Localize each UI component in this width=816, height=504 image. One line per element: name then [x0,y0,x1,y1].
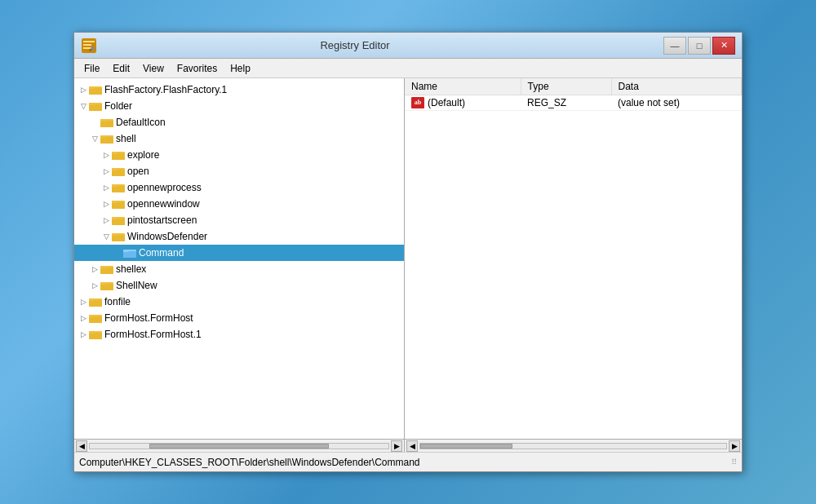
svg-rect-16 [100,137,113,144]
folder-icon-shell [100,133,113,144]
tree-label-explore: explore [127,149,159,161]
expand-windowsdefender[interactable]: ▽ [100,231,112,242]
window-title: Registry Editor [104,39,606,51]
tree-scroll-thumb[interactable] [149,444,329,449]
tree-item-fonfile[interactable]: ▷ fonfile [74,294,404,310]
tree-label-fonfile: fonfile [104,296,131,307]
tree-item-pintostartscreen[interactable]: ▷ pintostartscreen [74,212,404,228]
menu-view[interactable]: View [136,61,171,76]
expand-shellex[interactable]: ▷ [89,263,100,275]
tree-item-formhost2[interactable]: ▷ FormHost.FormHost.1 [74,326,404,343]
svg-rect-14 [100,119,106,122]
cell-type: REG_SZ [521,95,611,111]
tree-label-formhost2: FormHost.FormHost.1 [104,329,202,340]
tree-item-explore[interactable]: ▷ explore [74,147,404,163]
svg-rect-31 [112,219,125,225]
col-header-type: Type [521,78,611,95]
menu-edit[interactable]: Edit [106,61,136,76]
svg-rect-17 [100,135,106,138]
tree-item-open[interactable]: ▷ open [74,163,404,179]
tree-label-open: open [127,166,149,177]
expand-opennewwindow[interactable]: ▷ [100,198,112,210]
tree-scroll-right-btn[interactable]: ▶ [391,440,402,452]
svg-rect-44 [100,282,106,285]
tree-label-formhost: FormHost.FormHost [104,312,193,324]
tree-item-opennewprocess[interactable]: ▷ opennewprocess [74,179,404,196]
tree-scroll-area[interactable]: ▷ FlashFactory.FlashFactory.1 ▽ Folder [74,78,404,439]
menu-bar: File Edit View Favorites Help [74,59,742,78]
svg-rect-1 [83,41,95,42]
reg-sz-icon: ab [411,97,424,108]
expand-shell[interactable]: ▽ [89,133,100,144]
minimize-button[interactable]: — [663,37,686,55]
svg-rect-2 [83,44,91,46]
tree-item-folder[interactable]: ▽ Folder [74,98,404,114]
tree-label-opennewwindow: opennewwindow [127,198,200,210]
tree-scroll-left-btn[interactable]: ◀ [76,440,87,452]
tree-item-shellex[interactable]: ▷ shellex [74,261,404,277]
tree-scroll-track[interactable] [89,443,389,449]
folder-icon-shellex [100,263,113,275]
svg-rect-8 [89,86,95,89]
svg-rect-29 [112,201,118,203]
svg-rect-32 [112,217,118,219]
split-scrollbar: ◀ ▶ ◀ ▶ [74,439,742,452]
expand-explore[interactable]: ▷ [100,149,112,161]
resize-grip[interactable]: ⠿ [731,458,737,466]
menu-favorites[interactable]: Favorites [171,61,224,76]
right-scroll-track[interactable] [419,443,727,449]
svg-rect-41 [100,266,106,268]
tree-item-shellnew[interactable]: ▷ ShellNew [74,277,404,294]
tree-item-defaulticon[interactable]: DefaultIcon [74,114,404,130]
right-scroll-thumb[interactable] [420,444,512,449]
svg-rect-11 [89,103,95,105]
tree-pane: ▷ FlashFactory.FlashFactory.1 ▽ Folder [74,78,405,439]
tree-item-windowsdefender[interactable]: ▽ WindowsDefender [74,228,404,245]
col-header-data: Data [611,78,742,95]
svg-rect-52 [89,333,102,339]
expand-formhost[interactable]: ▷ [78,312,89,324]
table-row[interactable]: ab (Default) REG_SZ (value not set) [405,95,742,111]
right-h-scrollbar[interactable]: ◀ ▶ [405,440,742,452]
svg-rect-28 [112,202,125,209]
content-area: ▷ FlashFactory.FlashFactory.1 ▽ Folder [74,78,742,439]
tree-label-pintostartscreen: pintostartscreen [127,214,197,226]
status-bar: Computer\HKEY_CLASSES_ROOT\Folder\shell\… [74,452,742,471]
tree-item-shell[interactable]: ▽ shell [74,130,404,147]
expand-folder[interactable]: ▽ [78,100,89,112]
svg-rect-7 [89,88,102,95]
tree-label-shellex: shellex [116,263,146,275]
status-path: Computer\HKEY_CLASSES_ROOT\Folder\shell\… [79,457,420,468]
maximize-button[interactable]: □ [688,37,711,55]
right-scroll-left-btn[interactable]: ◀ [406,440,418,452]
menu-file[interactable]: File [78,61,106,76]
svg-rect-22 [112,170,125,176]
expand-pintostartscreen[interactable]: ▷ [100,214,112,226]
tree-label-defaulticon: DefaultIcon [116,117,166,128]
tree-label-flashfactory: FlashFactory.FlashFactory.1 [104,84,227,95]
tree-item-flashfactory[interactable]: ▷ FlashFactory.FlashFactory.1 [74,82,404,98]
folder-icon-formhost [89,312,102,324]
tree-item-command[interactable]: Command [74,245,404,261]
expand-opennewprocess[interactable]: ▷ [100,182,112,193]
folder-icon-opennewwindow [112,198,125,210]
expand-flashfactory[interactable]: ▷ [78,84,89,95]
svg-rect-46 [89,300,102,307]
svg-rect-43 [100,284,113,290]
tree-h-scrollbar[interactable]: ◀ ▶ [74,440,405,452]
right-scroll-right-btn[interactable]: ▶ [729,440,740,452]
expand-open[interactable]: ▷ [100,166,112,177]
folder-icon-open [112,166,125,177]
tree-label-shellnew: ShellNew [116,280,157,291]
tree-label-folder: Folder [104,100,132,112]
svg-rect-26 [112,184,118,187]
svg-rect-35 [112,233,118,236]
tree-item-opennewwindow[interactable]: ▷ opennewwindow [74,196,404,212]
expand-formhost2[interactable]: ▷ [78,329,89,340]
close-button[interactable]: ✕ [712,37,735,55]
menu-help[interactable]: Help [224,61,257,76]
registry-table[interactable]: Name Type Data ab (Default) [405,78,742,439]
expand-shellnew[interactable]: ▷ [89,280,100,291]
tree-item-formhost[interactable]: ▷ FormHost.FormHost [74,310,404,326]
expand-fonfile[interactable]: ▷ [78,296,89,307]
